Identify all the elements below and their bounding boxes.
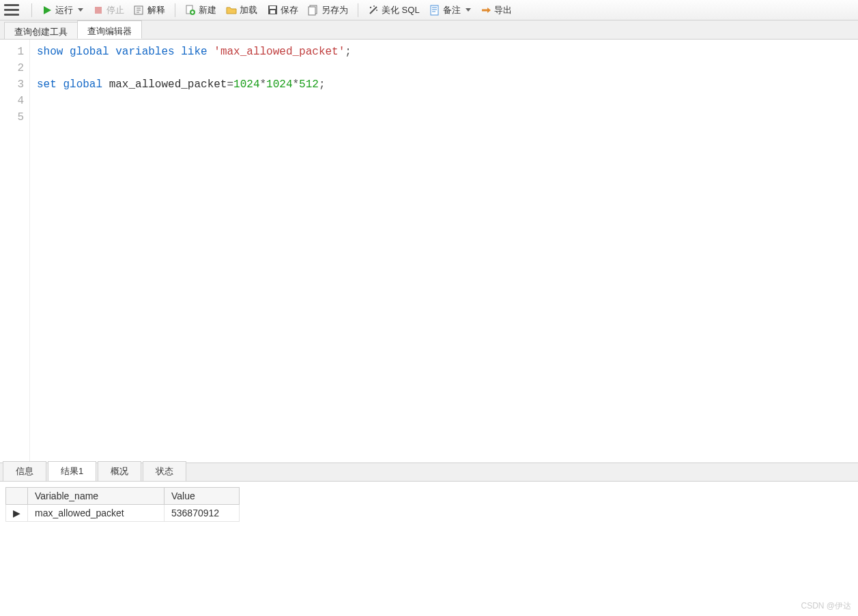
menu-icon[interactable] [4, 3, 19, 18]
chevron-down-icon [78, 8, 83, 12]
beautify-button[interactable]: 美化 SQL [364, 3, 424, 18]
code-line[interactable]: set global max_allowed_packet=1024*1024*… [37, 76, 851, 93]
svg-point-11 [373, 5, 375, 7]
table-row[interactable]: ▶max_allowed_packet536870912 [6, 505, 240, 522]
sql-editor[interactable]: 12345 show global variables like 'max_al… [0, 40, 858, 463]
saveas-button[interactable]: 另存为 [304, 3, 352, 18]
cell-value[interactable]: 536870912 [165, 505, 240, 522]
chevron-down-icon [466, 8, 471, 12]
run-label: 运行 [55, 4, 73, 16]
beautify-label: 美化 SQL [382, 4, 420, 16]
load-button[interactable]: 加载 [222, 3, 261, 18]
saveas-label: 另存为 [321, 4, 348, 16]
code-area[interactable]: show global variables like 'max_allowed_… [30, 40, 858, 463]
line-number: 5 [0, 109, 24, 126]
tab-status[interactable]: 状态 [143, 461, 186, 481]
load-label: 加载 [240, 4, 257, 16]
notes-icon [429, 5, 440, 16]
tab-result1[interactable]: 结果1 [48, 461, 96, 481]
line-number: 1 [0, 44, 24, 60]
svg-marker-0 [44, 6, 51, 14]
line-number: 2 [0, 60, 24, 76]
play-icon [42, 5, 53, 16]
explain-button[interactable]: 解释 [130, 3, 169, 18]
cell-variable-name[interactable]: max_allowed_packet [28, 505, 165, 522]
separator [175, 3, 175, 17]
result-tab-strip: 信息 结果1 概况 状态 [0, 463, 858, 482]
editor-tab-strip: 查询创建工具 查询编辑器 [0, 20, 858, 40]
separator [358, 3, 358, 17]
svg-point-12 [376, 10, 377, 11]
code-line[interactable] [37, 60, 851, 76]
svg-rect-13 [431, 5, 438, 15]
svg-rect-1 [95, 7, 102, 14]
tab-profile[interactable]: 概况 [98, 461, 141, 481]
tab-query-editor[interactable]: 查询编辑器 [77, 20, 142, 39]
new-file-icon [185, 5, 196, 16]
row-indicator-header [6, 488, 28, 505]
code-line[interactable]: show global variables like 'max_allowed_… [37, 44, 851, 60]
code-line[interactable] [37, 93, 851, 109]
col-value[interactable]: Value [165, 488, 240, 505]
save-button[interactable]: 保存 [263, 3, 302, 18]
main-toolbar: 运行 停止 解释 新建 加载 保存 另存为 [0, 0, 858, 20]
line-number: 3 [0, 76, 24, 93]
explain-icon [134, 5, 145, 16]
row-pointer-icon: ▶ [6, 505, 28, 522]
run-button[interactable]: 运行 [38, 3, 87, 18]
svg-rect-7 [270, 10, 275, 14]
tab-info[interactable]: 信息 [3, 461, 46, 481]
stop-label: 停止 [106, 4, 124, 16]
new-button[interactable]: 新建 [181, 3, 220, 18]
col-variable-name[interactable]: Variable_name [28, 488, 165, 505]
wand-icon [368, 5, 379, 16]
code-line[interactable] [37, 109, 851, 126]
notes-label: 备注 [443, 4, 461, 16]
result-grid[interactable]: Variable_name Value ▶max_allowed_packet5… [5, 487, 240, 522]
export-icon [481, 5, 491, 16]
stop-icon [93, 5, 104, 16]
svg-rect-6 [270, 6, 276, 9]
line-number: 4 [0, 93, 24, 109]
saveas-icon [308, 5, 319, 16]
folder-open-icon [226, 5, 237, 16]
new-label: 新建 [199, 4, 216, 16]
save-icon [267, 5, 278, 16]
table-header-row: Variable_name Value [6, 488, 240, 505]
notes-button[interactable]: 备注 [425, 3, 475, 18]
export-button[interactable]: 导出 [476, 3, 516, 18]
explain-label: 解释 [147, 4, 165, 16]
watermark: CSDN @伊达 [801, 600, 851, 612]
stop-button[interactable]: 停止 [89, 3, 128, 18]
svg-point-10 [370, 6, 371, 8]
separator [31, 3, 32, 17]
line-gutter: 12345 [0, 40, 30, 463]
export-label: 导出 [494, 4, 512, 16]
tab-query-builder[interactable]: 查询创建工具 [4, 22, 78, 39]
svg-rect-9 [309, 7, 315, 15]
save-label: 保存 [281, 4, 298, 16]
